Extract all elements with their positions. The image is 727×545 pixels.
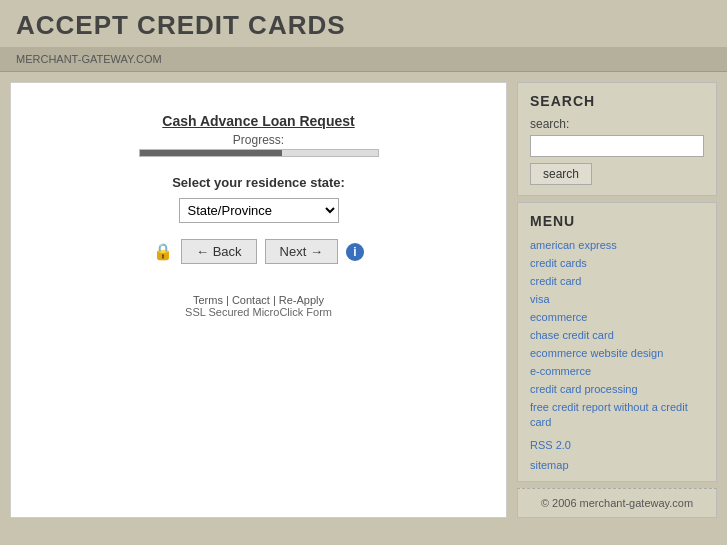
menu-link-credit-card[interactable]: credit card <box>530 275 581 287</box>
search-section-title: SEARCH <box>530 93 704 109</box>
menu-link-ecommerce[interactable]: ecommerce <box>530 311 587 323</box>
main-content: Cash Advance Loan Request Progress: Sele… <box>10 82 507 518</box>
search-input[interactable] <box>530 135 704 157</box>
state-select[interactable]: State/Province Alabama Alaska Arizona Ca… <box>179 198 339 223</box>
footer-links: Terms | Contact | Re-Apply SSL Secured M… <box>49 294 469 318</box>
progress-bar-container <box>139 149 379 157</box>
menu-links: american express credit cards credit car… <box>530 237 704 429</box>
search-label: search: <box>530 117 704 131</box>
back-button[interactable]: ← Back <box>181 239 257 264</box>
search-section: SEARCH search: search <box>517 82 717 196</box>
menu-link-ecommerce-web[interactable]: ecommerce website design <box>530 347 663 359</box>
menu-link-visa[interactable]: visa <box>530 293 550 305</box>
sitemap-link[interactable]: sitemap <box>530 459 704 471</box>
form-area: Cash Advance Loan Request Progress: Sele… <box>49 113 469 318</box>
lock-icon: 🔒 <box>153 242 173 261</box>
menu-link-e-commerce[interactable]: e-commerce <box>530 365 591 377</box>
next-button[interactable]: Next → <box>265 239 338 264</box>
state-label: Select your residence state: <box>49 175 469 190</box>
form-title: Cash Advance Loan Request <box>49 113 469 129</box>
sidebar-footer: © 2006 merchant-gateway.com <box>517 488 717 518</box>
nav-buttons: 🔒 ← Back Next → i <box>49 239 469 264</box>
list-item: free credit report without a credit card <box>530 399 704 429</box>
rss-link[interactable]: RSS 2.0 <box>530 439 704 451</box>
menu-section: MENU american express credit cards credi… <box>517 202 717 482</box>
list-item: american express <box>530 237 704 252</box>
list-item: credit card processing <box>530 381 704 396</box>
sidebar: SEARCH search: search MENU american expr… <box>517 82 717 518</box>
menu-link-credit-cards[interactable]: credit cards <box>530 257 587 269</box>
ssl-text: SSL Secured MicroClick Form <box>185 306 332 318</box>
list-item: e-commerce <box>530 363 704 378</box>
progress-label: Progress: <box>49 133 469 147</box>
list-item: visa <box>530 291 704 306</box>
menu-title: MENU <box>530 213 704 229</box>
terms-link[interactable]: Terms <box>193 294 223 306</box>
contact-link[interactable]: Contact <box>232 294 270 306</box>
menu-link-cc-processing[interactable]: credit card processing <box>530 383 638 395</box>
top-bar: MERCHANT-GATEWAY.COM <box>0 47 727 72</box>
menu-link-american-express[interactable]: american express <box>530 239 617 251</box>
page-title: ACCEPT CREDIT CARDS <box>0 0 727 47</box>
list-item: credit card <box>530 273 704 288</box>
list-item: credit cards <box>530 255 704 270</box>
progress-bar-fill <box>140 150 283 156</box>
list-item: ecommerce <box>530 309 704 324</box>
menu-link-chase-credit-card[interactable]: chase credit card <box>530 329 614 341</box>
list-item: chase credit card <box>530 327 704 342</box>
info-icon[interactable]: i <box>346 243 364 261</box>
reapply-link[interactable]: Re-Apply <box>279 294 324 306</box>
search-button[interactable]: search <box>530 163 592 185</box>
list-item: ecommerce website design <box>530 345 704 360</box>
menu-link-free-credit-report[interactable]: free credit report without a credit card <box>530 401 688 428</box>
